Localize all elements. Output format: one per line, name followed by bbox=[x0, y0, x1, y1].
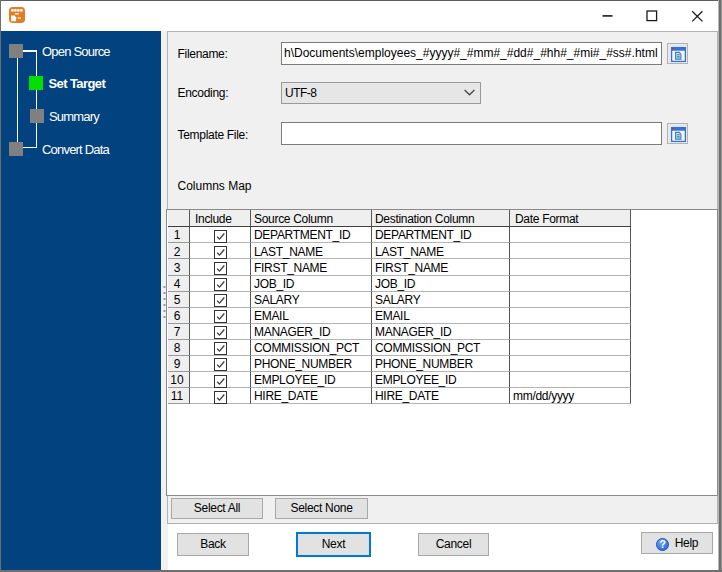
svg-text:?: ? bbox=[659, 538, 665, 550]
